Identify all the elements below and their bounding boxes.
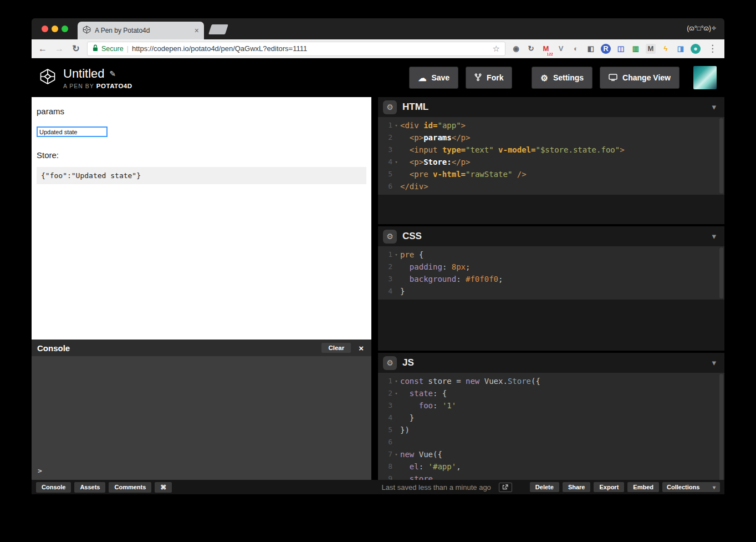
code-line[interactable]: 9 store [378,473,724,480]
line-number: 5 [378,168,392,180]
console-prompt[interactable]: > [38,467,42,475]
fold-marker-icon[interactable]: ▾ [392,119,400,131]
code-line[interactable]: 3 background: #f0f0f0; [378,273,724,285]
new-tab-button[interactable] [208,24,228,34]
fullscreen-window-button[interactable] [62,26,68,32]
code-line[interactable]: 5}) [378,424,724,436]
code-text: foo: '1' [400,399,456,412]
code-line[interactable]: 4▾ <p>Store:</p> [378,156,724,168]
editor-panel-css: ⚙ CSS ▾ 1▾pre {2 padding: 8px;3 backgrou… [378,226,724,351]
forward-icon[interactable]: → [54,44,65,54]
code-line[interactable]: 6</div> [378,180,724,193]
bolt-icon[interactable]: ϟ [661,44,671,54]
gear-icon: ⚙ [540,74,548,82]
code-line[interactable]: 3 foo: '1' [378,399,724,412]
html-panel-header: ⚙ HTML ▾ [378,97,724,117]
css-collapse-chevron-icon[interactable]: ▾ [708,231,719,241]
r-icon[interactable]: R [601,44,611,54]
settings-button[interactable]: ⚙ Settings [532,67,592,89]
footer-button-delete[interactable]: Delete [530,482,559,492]
fold-marker-icon[interactable]: ▾ [392,249,400,261]
code-line[interactable]: 1▾pre { [378,249,724,261]
state-input[interactable] [37,126,108,137]
author-name[interactable]: Potato4d [96,83,132,89]
tab-close-icon[interactable]: × [195,26,199,35]
footer-button-assets[interactable]: Assets [74,482,105,493]
fold-marker-icon[interactable]: ▾ [392,156,400,168]
minimize-window-button[interactable] [52,26,58,32]
html-code-editor[interactable]: 1▾<div id="app">2 <p>params</p>3 <input … [378,117,724,195]
bank-icon[interactable]: ◫ [616,44,626,54]
footer-button-comments[interactable]: Comments [109,482,151,493]
frame-icon[interactable]: ◧ [586,44,596,54]
browser-menu-icon[interactable]: ⋮ [706,43,719,54]
footer-button-embed[interactable]: Embed [627,482,659,492]
codepen-favicon-icon [83,26,91,36]
code-line[interactable]: 7▾new Vue({ [378,448,724,460]
console-header: Console Clear × [32,340,371,356]
footer-button-export[interactable]: Export [594,482,624,492]
pane-resizer[interactable] [371,97,378,480]
footer-button-share[interactable]: Share [563,482,591,492]
v-icon[interactable]: V [556,44,566,54]
settings-button-label: Settings [553,73,584,82]
back-icon[interactable]: ← [37,44,48,54]
fold-gutter [392,273,400,285]
css-scrollbar[interactable] [719,247,723,298]
console-output[interactable]: > [32,356,371,480]
display-icon[interactable]: ▥ [631,44,641,54]
code-line[interactable]: 2▾ state: { [378,387,724,399]
js-settings-gear-icon[interactable]: ⚙ [383,356,397,370]
footer-button-console[interactable]: Console [36,482,71,493]
console-clear-button[interactable]: Clear [321,343,351,353]
save-button-label: Save [431,73,449,82]
code-line[interactable]: 4} [378,285,724,297]
code-line[interactable]: 6 [378,436,724,448]
edit-title-icon[interactable]: ✎ [110,69,116,78]
footer-button-command[interactable]: ⌘ [155,482,172,493]
avatar[interactable] [693,66,717,89]
collections-button[interactable]: Collections ▾ [662,482,720,492]
code-line[interactable]: 1▾const store = new Vuex.Store({ [378,375,724,387]
js-code-editor[interactable]: 1▾const store = new Vuex.Store({2▾ state… [378,373,724,480]
close-window-button[interactable] [42,26,48,32]
code-line[interactable]: 3 <input type="text" v-model="$store.sta… [378,144,724,156]
line-number: 3 [378,399,392,412]
css-code-editor[interactable]: 1▾pre {2 padding: 8px;3 background: #f0f… [378,246,724,300]
fold-marker-icon[interactable]: ▾ [392,448,400,460]
code-line[interactable]: 1▾<div id="app"> [378,119,724,131]
console-close-icon[interactable]: × [356,343,366,353]
line-number: 4 [378,412,392,424]
fork-button[interactable]: Fork [466,67,512,89]
bookmark-star-icon[interactable]: ☆ [493,44,500,54]
reload-icon[interactable]: ↻ [70,43,81,54]
html-settings-gear-icon[interactable]: ⚙ [383,100,397,114]
code-line[interactable]: 8 el: '#app', [378,460,724,473]
screenshot-icon[interactable]: ◉ [511,44,521,54]
css-settings-gear-icon[interactable]: ⚙ [383,230,397,244]
codepen-logo-icon[interactable] [39,68,56,87]
code-line[interactable]: 2 padding: 8px; [378,261,724,273]
js-collapse-chevron-icon[interactable]: ▾ [708,358,719,368]
open-live-view-button[interactable] [499,483,512,492]
markdown-icon[interactable]: M [646,44,656,54]
save-button[interactable]: ☁ Save [409,67,458,89]
profile-icon[interactable]: ● [691,44,701,54]
fold-marker-icon[interactable]: ▾ [392,387,400,399]
html-scrollbar[interactable] [719,118,723,194]
change-view-button[interactable]: Change View [600,67,680,89]
code-text: } [400,285,405,297]
fold-marker-icon[interactable]: ▾ [392,375,400,387]
chat-icon[interactable]: ◐ [571,44,581,54]
refresh-icon[interactable]: ↻ [526,44,536,54]
html-collapse-chevron-icon[interactable]: ▾ [708,102,719,112]
code-text: background: #f0f0f0; [400,273,503,285]
js-scrollbar[interactable] [719,374,723,480]
code-line[interactable]: 4 } [378,412,724,424]
code-line[interactable]: 2 <p>params</p> [378,131,724,144]
address-bar[interactable]: Secure | https://codepen.io/potato4d/pen… [87,42,505,56]
grid-icon[interactable]: ◨ [676,44,686,54]
gmail-icon[interactable]: M122 [541,44,551,54]
browser-tab[interactable]: A Pen by Potato4d × [78,22,204,39]
code-line[interactable]: 5 <pre v-html="rawState" /> [378,168,724,180]
